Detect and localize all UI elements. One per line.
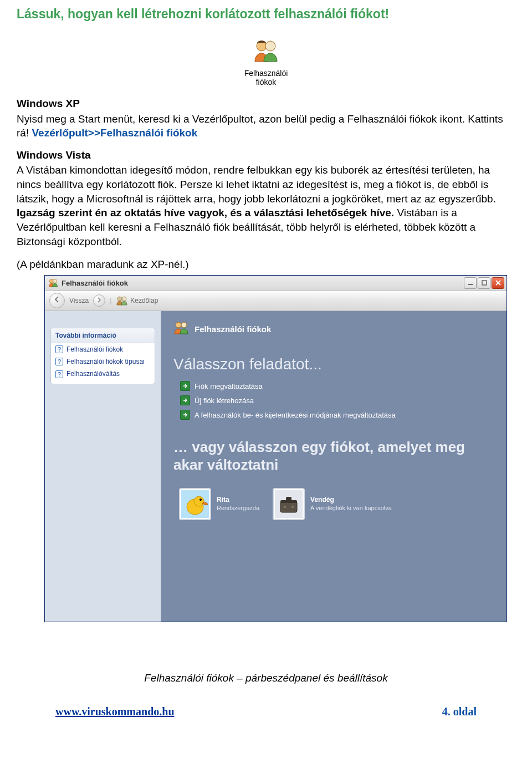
xp-breadcrumb-link: Vezérlőpult>>Felhasználói fiókok: [32, 127, 197, 139]
svg-rect-5: [482, 281, 487, 285]
svg-rect-19: [286, 497, 291, 501]
help-icon: ?: [55, 358, 63, 365]
main-header-title: Felhasználói fiókok: [195, 324, 271, 335]
svg-point-3: [53, 279, 57, 283]
svg-point-10: [176, 322, 181, 328]
figure-caption: Felhasználói fiókok – párbeszédpanel és …: [17, 671, 515, 685]
arrow-right-icon: [96, 295, 103, 306]
window-titlebar: Felhasználói fiókok: [45, 276, 507, 291]
home-label: Kezdőlap: [130, 296, 158, 305]
sidebar-item-label: Felhasználóváltás: [66, 369, 150, 378]
close-button[interactable]: [492, 277, 504, 289]
user-accounts-small-icon: [173, 321, 189, 338]
svg-point-1: [265, 41, 275, 51]
main-panel: Felhasználói fiókok Válasszon feladatot.…: [161, 311, 507, 622]
titlebar-app-icon: [48, 278, 58, 287]
sidebar-item-switch[interactable]: ? Felhasználóváltás: [51, 368, 155, 380]
site-link[interactable]: www.viruskommando.hu: [55, 704, 175, 719]
user-accounts-window: Felhasználói fiókok Vissza |: [44, 275, 507, 622]
task-create-account[interactable]: Új fiók létrehozása: [180, 395, 494, 405]
window-toolbar: Vissza | Kezdőlap: [45, 291, 507, 311]
account-role: Rendszergazda: [217, 504, 259, 512]
window-control-buttons: [464, 277, 504, 289]
account-role: A vendégfiók ki van kapcsolva: [310, 504, 392, 512]
sidebar-item-types[interactable]: ? Felhasználói fiókok típusai: [51, 355, 155, 368]
task-change-signin[interactable]: A felhasználók be- és kijelentkezési mód…: [180, 410, 494, 420]
window-title: Felhasználói fiókok: [62, 278, 464, 288]
account-name: Rita: [217, 495, 259, 504]
page-main-heading: Lássuk, hogyan kell létrehozni korlátozo…: [17, 6, 515, 23]
account-avatar-guest: [273, 488, 305, 520]
vista-paragraph: A Vistában kimondottan idegesítő módon, …: [17, 163, 515, 248]
window-body: További információ ? Felhasználói fiókok…: [45, 311, 507, 622]
svg-point-21: [291, 506, 294, 508]
arrow-right-icon: [180, 381, 190, 391]
or-pick-account-heading: … vagy válasszon egy fiókot, amelyet meg…: [173, 439, 494, 473]
task-change-account[interactable]: Fiók megváltoztatása: [180, 381, 494, 391]
arrow-right-icon: [180, 395, 190, 405]
windows-xp-heading: Windows XP: [17, 96, 515, 111]
vista-para-bold: Igazság szerint én az oktatás híve vagyo…: [17, 207, 394, 218]
svg-point-15: [200, 499, 202, 501]
user-accounts-icon: [252, 38, 280, 68]
toolbar-divider: |: [110, 296, 111, 305]
arrow-right-icon: [180, 410, 190, 420]
sidebar-info-panel: További információ ? Felhasználói fiókok…: [50, 328, 155, 384]
vista-para-a: A Vistában kimondottan idegesítő módon, …: [17, 164, 496, 204]
maximize-button[interactable]: [478, 277, 490, 289]
task-heading: Válasszon feladatot...: [173, 354, 494, 375]
svg-point-14: [194, 496, 204, 506]
icon-caption-line2: fiókok: [256, 78, 277, 87]
svg-point-8: [117, 297, 122, 301]
accounts-row: Rita Rendszergazda: [179, 488, 494, 520]
account-guest[interactable]: Vendég A vendégfiók ki van kapcsolva: [273, 488, 392, 520]
icon-caption: Felhasználói fiókok: [17, 69, 515, 87]
minimize-button[interactable]: [464, 277, 477, 289]
svg-point-20: [284, 506, 286, 508]
forward-button[interactable]: [93, 294, 105, 307]
main-header: Felhasználói fiókok: [173, 321, 494, 338]
help-icon: ?: [55, 345, 63, 353]
windows-vista-heading: Windows Vista: [17, 148, 515, 162]
task-label: Új fiók létrehozása: [195, 396, 254, 406]
account-avatar-rita: [179, 488, 211, 520]
svg-point-11: [181, 322, 187, 328]
home-icon[interactable]: Kezdőlap: [116, 296, 158, 306]
account-name: Vendég: [310, 495, 392, 504]
icon-caption-line1: Felhasználói: [244, 69, 288, 78]
xp-paragraph: Nyisd meg a Start menüt, keresd ki a Vez…: [17, 112, 515, 140]
task-label: Fiók megváltoztatása: [195, 382, 263, 392]
page-number: 4. oldal: [442, 704, 477, 719]
back-label: Vissza: [69, 296, 89, 305]
user-accounts-icon-block: Felhasználói fiókok: [17, 38, 515, 87]
help-icon: ?: [55, 370, 63, 378]
sidebar-item-label: Felhasználói fiókok típusai: [66, 357, 150, 366]
example-note: (A példánkban maradunk az XP-nél.): [17, 257, 515, 272]
account-rita[interactable]: Rita Rendszergazda: [179, 488, 259, 520]
arrow-left-icon: [53, 295, 61, 306]
back-button[interactable]: [49, 293, 65, 308]
task-label: A felhasználók be- és kijelentkezési mód…: [195, 410, 396, 420]
page-footer: www.viruskommando.hu 4. oldal: [17, 704, 515, 719]
sidebar: További információ ? Felhasználói fiókok…: [45, 311, 161, 622]
sidebar-header: További információ: [51, 328, 155, 343]
sidebar-item-accounts[interactable]: ? Felhasználói fiókok: [51, 343, 155, 355]
svg-point-9: [122, 297, 126, 301]
sidebar-item-label: Felhasználói fiókok: [66, 345, 150, 354]
